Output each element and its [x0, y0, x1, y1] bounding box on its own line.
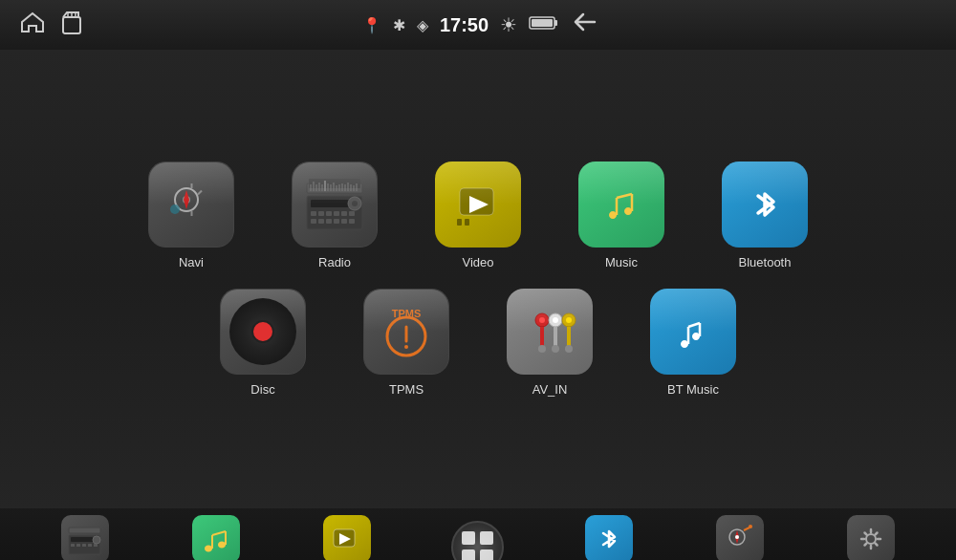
app-navi[interactable]: Navi: [134, 162, 249, 269]
navi-label: Navi: [179, 255, 204, 269]
battery-icon: [529, 14, 559, 35]
dock-settings-icon: [847, 515, 895, 560]
svg-point-56: [539, 317, 545, 323]
dock-music[interactable]: Music: [178, 515, 254, 560]
btmusic-label: BT Music: [667, 382, 719, 397]
svg-rect-38: [318, 219, 324, 224]
main-content: Navi: [0, 50, 956, 508]
app-row-2: Disc TPMS TPMS: [206, 289, 750, 397]
svg-rect-6: [554, 20, 557, 26]
music-icon: [578, 162, 664, 248]
dock-navi[interactable]: Navi: [702, 515, 778, 560]
back-icon[interactable]: [571, 11, 599, 39]
bluetooth-icon: [722, 162, 808, 248]
svg-rect-35: [341, 211, 347, 216]
status-bar: 📍 ✱ ◈ 17:50 ☀: [0, 0, 956, 50]
home-button[interactable]: [451, 521, 504, 561]
svg-rect-57: [540, 327, 544, 346]
svg-point-86: [866, 534, 876, 544]
svg-text:TPMS: TPMS: [392, 308, 422, 319]
sd-card-icon: [61, 11, 82, 39]
dock-radio-icon: [61, 515, 109, 560]
svg-rect-36: [349, 211, 355, 216]
svg-rect-33: [326, 211, 332, 216]
wifi-icon: ◈: [417, 16, 428, 34]
app-video[interactable]: Video: [421, 162, 535, 269]
disc-icon: [220, 289, 306, 375]
video-label: Video: [462, 255, 493, 269]
svg-rect-34: [334, 211, 339, 216]
svg-point-9: [170, 205, 180, 214]
svg-rect-42: [349, 219, 355, 224]
bottom-dock: Radio Music Video: [0, 508, 956, 560]
bluetooth-status-icon: ✱: [393, 16, 405, 34]
svg-rect-0: [63, 17, 80, 33]
status-time: 17:50: [440, 14, 489, 36]
app-grid: Navi: [134, 162, 822, 397]
svg-point-66: [565, 345, 573, 353]
video-icon: [435, 162, 521, 248]
svg-point-84: [735, 535, 739, 539]
svg-rect-65: [567, 327, 571, 346]
svg-point-78: [93, 536, 100, 544]
app-btmusic[interactable]: BT Music: [636, 289, 750, 397]
svg-rect-5: [532, 19, 553, 27]
dock-video-icon: [323, 515, 371, 560]
dock-video[interactable]: Video: [309, 515, 385, 560]
app-radio[interactable]: Radio: [277, 162, 392, 269]
svg-rect-40: [334, 219, 339, 224]
dock-settings[interactable]: Settings: [833, 515, 909, 560]
location-icon: 📍: [362, 16, 381, 34]
svg-point-85: [749, 525, 752, 528]
home-icon[interactable]: [19, 11, 46, 39]
tpms-label: TPMS: [389, 382, 424, 397]
btmusic-icon: [650, 289, 736, 375]
svg-point-64: [566, 317, 572, 323]
dock-bluetooth[interactable]: Bluetooth: [571, 515, 647, 560]
svg-rect-37: [311, 219, 316, 224]
dock-bluetooth-icon: [585, 515, 633, 560]
svg-point-60: [553, 317, 558, 323]
avin-label: AV_IN: [532, 382, 568, 397]
svg-rect-70: [69, 528, 100, 533]
svg-rect-47: [465, 219, 469, 226]
tpms-icon: TPMS: [363, 289, 449, 375]
app-avin[interactable]: AV_IN: [492, 289, 607, 397]
svg-rect-39: [326, 219, 332, 224]
music-label: Music: [605, 255, 638, 269]
svg-point-53: [404, 345, 408, 349]
avin-icon: [507, 289, 593, 375]
svg-point-58: [538, 345, 546, 353]
svg-rect-31: [311, 211, 316, 216]
svg-rect-76: [88, 544, 92, 547]
status-center-icons: 📍 ✱ ◈ 17:50 ☀: [362, 11, 599, 39]
svg-point-62: [552, 345, 559, 353]
dock-music-icon: [192, 515, 240, 560]
dock-radio[interactable]: Radio: [47, 515, 123, 560]
navi-icon: [148, 162, 234, 248]
app-bluetooth[interactable]: Bluetooth: [707, 162, 822, 269]
svg-rect-75: [82, 544, 86, 547]
svg-line-81: [212, 531, 226, 535]
svg-line-50: [617, 194, 632, 198]
app-music[interactable]: Music: [564, 162, 679, 269]
dock-home[interactable]: [440, 521, 516, 561]
radio-label: Radio: [318, 255, 351, 269]
app-disc[interactable]: Disc: [206, 289, 320, 397]
bluetooth-label: Bluetooth: [739, 255, 792, 269]
brightness-icon[interactable]: ☀: [500, 13, 517, 36]
svg-line-68: [688, 323, 700, 327]
svg-rect-32: [318, 211, 324, 216]
svg-rect-61: [554, 327, 557, 346]
app-tpms[interactable]: TPMS TPMS: [349, 289, 464, 397]
disc-label: Disc: [250, 382, 274, 397]
svg-rect-74: [76, 544, 80, 547]
svg-rect-73: [71, 544, 75, 547]
svg-rect-41: [341, 219, 347, 224]
status-left-icons: [19, 11, 82, 39]
grid-icon: [450, 520, 505, 561]
svg-rect-46: [457, 219, 462, 226]
dock-navi-icon: [716, 515, 764, 560]
svg-point-44: [352, 201, 358, 206]
radio-icon: [292, 162, 378, 248]
